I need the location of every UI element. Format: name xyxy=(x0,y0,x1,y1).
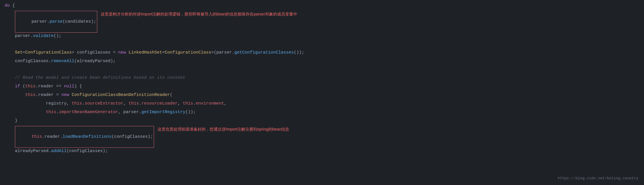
code-container: do { parser.parse(candidates); 这里是刚才分析的对… xyxy=(0,0,644,185)
line-validate: parser.validate(); xyxy=(0,33,644,41)
line-empty1 xyxy=(0,41,644,49)
parse-boxed: parser.parse(candidates); xyxy=(15,11,97,33)
line-close-brace: } xyxy=(0,117,644,126)
code-keyword-do: do xyxy=(5,2,10,9)
line-reader-assign: this.reader = new ConfigurationClassBean… xyxy=(0,92,644,100)
line-if: if (this.reader == null) { xyxy=(0,83,644,92)
line-removeall: configClasses.removeAll(alreadyParsed); xyxy=(0,58,644,66)
line-parse: parser.parse(candidates); 这里是刚才分析的对@Impo… xyxy=(0,11,644,33)
parse-annotation: 这里是刚才分析的对@Import注解的处理逻辑，那些即将被导入的bean的信息都… xyxy=(101,11,297,17)
loadbean-annotation: 这里负责处理前面准备好的，想通过@Import注解注册到spring的bean信… xyxy=(157,126,289,132)
line-empty2 xyxy=(0,66,644,74)
line-loadbean: this.reader.loadBeanDefinitions(configCl… xyxy=(0,126,644,148)
line-set: Set<ConfigurationClass> configClasses = … xyxy=(0,49,644,58)
line-comment: // Read the model and create bean defini… xyxy=(0,74,644,83)
line-alreadyparsed: alreadyParsed.addAll(configClasses); xyxy=(0,148,644,156)
loadbean-boxed: this.reader.loadBeanDefinitions(configCl… xyxy=(15,126,154,148)
line-do: do { xyxy=(0,2,644,11)
line-registry: registry, this.sourceExtractor, this.res… xyxy=(0,100,644,109)
url-watermark: https://blog.csdn.net/boling_cavalry xyxy=(558,176,638,182)
line-importbean: this.importBeanNameGenerator, parser.get… xyxy=(0,109,644,117)
